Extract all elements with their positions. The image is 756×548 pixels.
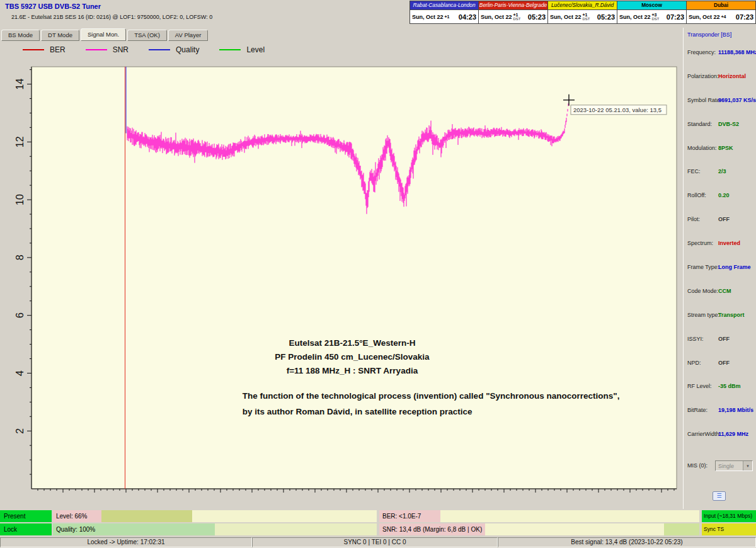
tab-bs-mode[interactable]: BS Mode [1,30,40,41]
transponder-row: RollOff:0.20 [684,192,756,216]
mis-selected-value: Single [718,463,734,469]
y-tick-label: 10 [14,194,25,205]
quality-bar-segments [53,523,377,535]
sync-counters: SYNC 0 | TEI 0 | CC 0 [252,537,498,547]
transponder-label: CarrierWidth: [687,431,721,437]
clock-time: 05:23 [528,13,546,21]
transponder-value: DVB-S2 [718,121,739,127]
quality-bar-label: Quality: 100% [56,523,95,535]
clock-date: Sun, Oct 22 [481,14,512,20]
transponder-label: FEC: [687,168,701,174]
y-tick-label: 8 [14,254,25,260]
level-bar-segments [53,510,377,522]
level-bar-label: Level: 66% [56,510,87,522]
tab-tsa-ok-[interactable]: TSA (OK) [127,30,167,41]
transponder-value: CCM [718,288,731,294]
clock-timezone: +1DST [513,13,521,21]
transponder-label: Standard: [687,121,712,127]
transponder-value: 9691,037 KS/s [718,97,756,103]
app-window: TBS 5927 USB DVB-S2 Tuner 21.6E - Eutels… [0,0,756,548]
transponder-row: Pilot:OFF [684,216,756,240]
chart-annotation: The function of the technological proces… [243,391,620,401]
chart-annotation: by its author Roman Dávid, in satellite … [243,407,472,416]
input-bitrate-badge: Input (~18,31 Mbps) [702,510,756,522]
tab-dt-mode[interactable]: DT Mode [41,30,79,41]
y-tick-label: 2 [14,428,25,434]
clock-3: Lučenec/Slovakia_R.DávidSun, Oct 22+1DST… [548,1,617,24]
transponder-label: RollOff: [687,192,706,198]
transponder-row: Code Mode:CCM [684,288,756,312]
transponder-sidebar: Transponder [BS] Frequency:11188,368 MHz… [683,28,756,509]
transponder-label: ISSYI: [687,336,704,342]
bar-segment [664,523,699,535]
transponder-row: ISSYI:OFF [684,336,756,360]
transponder-row: CarrierWidth:11,629 MHz [684,431,756,455]
transponder-value: 11,629 MHz [718,431,748,437]
legend-line-swatch [23,49,44,50]
transponder-row: Polarization:Horizontal [684,73,756,97]
transponder-rows: Frequency:11188,368 MHzPolarization:Hori… [684,49,756,455]
legend-item-level: Level [219,45,265,54]
clock-date: Sun, Oct 22 [689,14,720,20]
transponder-label: Frequency: [687,49,716,55]
legend-label: Level [246,45,265,54]
transponder-row: FEC:2/3 [684,168,756,192]
transponder-value: 11188,368 MHz [718,49,756,55]
legend-line-swatch [149,49,170,50]
clock-time: 07:23 [736,13,753,21]
clock-city-label: Berlin-Paris-Vienna-Belgrade [479,1,547,9]
snr-bar: SNR: 13,4 dB (Margin: 6,8 dB | OK) [379,523,699,535]
transponder-value: OFF [718,216,730,222]
clock-time: 05:23 [597,13,615,21]
transponder-label: Modulation: [687,145,717,151]
dst-flag: DST [652,17,660,21]
clock-date: Sun, Oct 22 [412,14,444,20]
transponder-label: Symbol Rate: [687,97,721,103]
clock-city-label: Lučenec/Slovakia_R.Dávid [548,1,617,9]
transponder-label: Pilot: [687,216,700,222]
mis-select[interactable]: Single ▼ [715,460,753,471]
mis-row: MIS (0): Single ▼ [684,460,756,472]
tab-bar: BS ModeDT ModeSignal Mon.TSA (OK)AV Play… [1,29,209,41]
clock-date: Sun, Oct 22 [550,14,581,20]
y-tick-label: 6 [14,312,25,318]
transponder-row: Modulation:8PSK [684,145,756,169]
level-bar: Level: 66% [53,510,377,522]
chart-annotation: PF Prodelin 450 cm_Lucenec/Slovakia [275,352,430,362]
tab-signal-mon-[interactable]: Signal Mon. [81,28,126,41]
transponder-value: 0.20 [718,192,730,198]
clock-body: Sun, Oct 22+1DST05:23 [548,9,617,23]
transponder-value: 2/3 [718,168,726,174]
transponder-row: Frequency:11188,368 MHz [684,49,756,73]
clock-date: Sun, Oct 22 [619,14,651,20]
bar-segment [485,523,664,535]
snr-bar-label: SNR: 13,4 dB (Margin: 6,8 dB | OK) [382,523,482,535]
transponder-row: BitRate:19,198 Mbit/s [684,407,756,431]
signal-chart: 24681012142023-10-22 05.21.03, value: 13… [5,58,680,506]
bar-segment [101,510,192,522]
signal-monitor-panel: BERSNRQualityLevel 24681012142023-10-22 … [5,42,680,509]
utc-offset: +1 [445,14,450,19]
ber-bar-segments [379,510,699,522]
status-bar: Locked -> Uptime: 17:02:31 SYNC 0 | TEI … [0,537,756,548]
clock-1: Rabat-Casablanca-LondonSun, Oct 22+104:2… [410,1,479,24]
transponder-value: Long Frame [718,264,751,270]
tab-av-player[interactable]: AV Player [168,30,209,41]
transponder-label: Spectrum: [687,240,713,246]
ts-list-button[interactable]: ☰ [713,491,726,501]
utc-offset: +1 [513,13,518,17]
uptime-status: Locked -> Uptime: 17:02:31 [0,537,252,547]
clock-timezone: +1DST [583,13,590,21]
clock-city-label: Dubai [687,1,755,9]
transponder-row: RF Level:-35 dBm [684,383,756,407]
transponder-value: Horizontal [718,73,746,79]
clock-body: Sun, Oct 22+3DST07:23 [617,9,686,23]
transponder-label: Code Mode: [687,288,718,294]
utc-offset: +1 [583,13,588,17]
legend-item-quality: Quality [149,45,199,54]
quality-bar: Quality: 100% [53,523,377,535]
clock-timezone: +4 [721,14,726,19]
transponder-label: Frame Type: [687,264,719,270]
transponder-label: RF Level: [687,383,712,389]
transponder-header: Transponder [BS] [687,31,731,38]
